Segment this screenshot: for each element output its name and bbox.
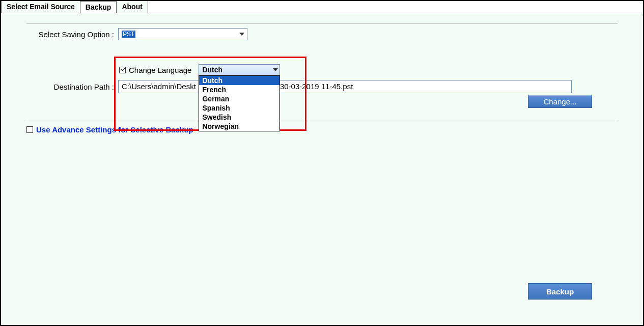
divider [26, 23, 618, 24]
tab-about[interactable]: About [116, 1, 148, 13]
change-language-label: Change Language [129, 66, 191, 74]
chevron-down-icon [237, 29, 247, 40]
advance-settings-checkbox[interactable] [26, 126, 33, 133]
chevron-down-icon [271, 64, 280, 75]
advance-settings-label: Use Advance Settings for Selective Backu… [36, 125, 193, 134]
language-option-french[interactable]: French [199, 85, 279, 94]
language-dropdown-list: Dutch French German Spanish Swedish Norw… [199, 75, 280, 131]
language-option-norwegian[interactable]: Norwegian [199, 122, 279, 131]
destination-path-value-right: 30-03-2019 11-45.pst [280, 82, 353, 91]
destination-path-input[interactable]: C:\Users\admin\Deskt30-03-2019 11-45.pst [118, 80, 572, 93]
destination-path-label: Destination Path : [26, 83, 118, 91]
language-select-value: Dutch [202, 66, 222, 74]
language-option-swedish[interactable]: Swedish [199, 113, 279, 122]
tab-backup[interactable]: Backup [80, 1, 117, 13]
saving-option-select[interactable]: PST [118, 28, 247, 40]
tab-select-email-source[interactable]: Select Email Source [1, 1, 80, 13]
language-select[interactable]: Dutch Dutch French German Spanish Swedis… [199, 64, 280, 75]
backup-tab-content: Select Saving Option : PST Change Langua… [1, 13, 643, 325]
language-option-dutch[interactable]: Dutch [199, 76, 279, 85]
saving-option-label: Select Saving Option : [26, 30, 118, 39]
saving-option-value: PST [122, 31, 135, 38]
change-language-block: Change Language Dutch Dutch French Germa… [119, 64, 280, 75]
tab-bar: Select Email Source Backup About [1, 1, 643, 13]
destination-path-value-left: C:\Users\admin\Deskt [122, 82, 196, 91]
language-option-spanish[interactable]: Spanish [199, 103, 279, 113]
backup-button[interactable]: Backup [528, 283, 592, 300]
change-button[interactable]: Change... [528, 95, 592, 108]
change-language-checkbox[interactable] [119, 67, 126, 73]
language-option-german[interactable]: German [199, 94, 279, 103]
